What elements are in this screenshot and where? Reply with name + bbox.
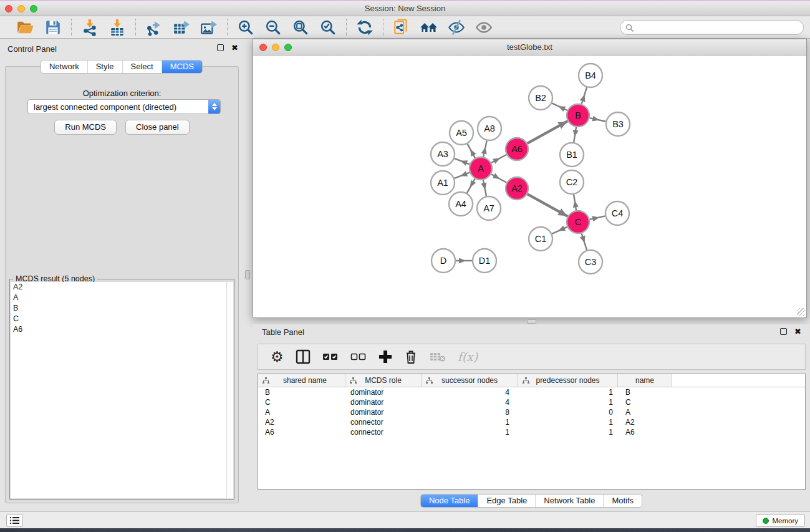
table-settings-gear-icon[interactable]: ⚙ (271, 347, 284, 366)
graph-node[interactable]: A6 (506, 138, 528, 160)
table-cell[interactable]: 1 (518, 418, 618, 427)
float-table-panel-icon[interactable] (780, 328, 787, 335)
table-cell[interactable]: A6 (618, 428, 672, 437)
new-network-from-selection-icon[interactable] (392, 18, 411, 37)
graph-node[interactable]: A1 (431, 171, 455, 195)
column-header-shared-name[interactable]: shared name (258, 374, 345, 387)
table-cell[interactable]: 1 (422, 418, 518, 427)
window-resize-grip[interactable] (797, 308, 805, 316)
float-panel-icon[interactable] (217, 44, 224, 51)
graph-node[interactable]: A7 (477, 196, 501, 220)
export-table-icon[interactable] (172, 18, 191, 37)
zoom-fit-icon[interactable] (291, 18, 310, 37)
table-cell[interactable]: 1 (518, 388, 618, 397)
node-table-body[interactable]: Bdominator41BCdominator41CAdominator80AA… (258, 387, 805, 437)
table-cell[interactable]: dominator (345, 408, 422, 417)
function-builder-icon[interactable]: f(x) (458, 347, 478, 366)
export-network-icon[interactable] (145, 18, 163, 37)
network-window-titlebar[interactable]: testGlobe.txt (253, 39, 806, 56)
table-cell[interactable]: A2 (618, 418, 672, 427)
table-row[interactable]: Cdominator41C (258, 397, 805, 407)
tab-network-table[interactable]: Network Table (535, 495, 603, 507)
hide-selected-icon[interactable] (447, 18, 466, 37)
table-cell[interactable]: 1 (518, 398, 618, 407)
column-header-predecessor-nodes[interactable]: predecessor nodes (518, 374, 618, 387)
show-all-icon[interactable] (475, 18, 493, 37)
table-row[interactable]: A6connector11A6 (258, 427, 805, 437)
table-row[interactable]: Adominator80A (258, 407, 805, 417)
search-input[interactable] (637, 22, 803, 33)
table-row[interactable]: Bdominator41B (258, 387, 805, 397)
column-header-mcds-role[interactable]: MCDS role (345, 374, 422, 387)
graph-node[interactable]: C (567, 211, 589, 233)
graph-node[interactable]: C3 (579, 250, 602, 274)
table-cell[interactable]: 4 (422, 388, 518, 397)
close-table-panel-icon[interactable]: ✖ (794, 328, 801, 335)
graph-node[interactable]: D1 (473, 249, 496, 273)
mcds-result-item[interactable]: C (11, 314, 226, 324)
graph-node[interactable]: C1 (529, 227, 552, 251)
table-cell[interactable]: 0 (518, 408, 618, 417)
graph-node[interactable]: D (432, 249, 455, 273)
mcds-result-item[interactable]: A (11, 293, 226, 303)
graph-node[interactable]: A4 (449, 192, 473, 216)
add-column-icon[interactable] (378, 347, 392, 366)
horizontal-split-handle[interactable] (527, 319, 536, 324)
delete-table-icon[interactable] (430, 347, 446, 366)
close-panel-button[interactable]: Close panel (125, 120, 190, 135)
tab-select[interactable]: Select (122, 60, 162, 73)
zoom-selected-icon[interactable] (319, 18, 337, 37)
table-cell[interactable]: connector (345, 428, 422, 437)
table-cell[interactable]: C (618, 398, 672, 407)
panel-columns-icon[interactable] (296, 347, 311, 366)
table-cell[interactable]: B (258, 388, 345, 397)
mcds-result-item[interactable]: A6 (11, 324, 226, 335)
table-cell[interactable]: C (258, 398, 345, 407)
table-cell[interactable]: 1 (422, 428, 518, 437)
close-panel-icon[interactable]: ✖ (231, 44, 238, 51)
open-file-icon[interactable] (16, 18, 35, 37)
table-cell[interactable]: 8 (422, 408, 518, 417)
graph-node[interactable]: A2 (506, 177, 528, 200)
table-cell[interactable]: dominator (345, 388, 422, 397)
graph-node[interactable]: A8 (478, 117, 501, 140)
network-canvas[interactable]: AA1A2A3A4A5A6A7A8BB1B2B3B4CC1C2C3C4DD1 (253, 56, 806, 317)
tab-node-table[interactable]: Node Table (421, 495, 478, 507)
table-row[interactable]: A2connector11A2 (258, 417, 805, 427)
result-scrollbar[interactable] (226, 282, 233, 498)
mcds-result-item[interactable]: A2 (11, 282, 226, 293)
first-neighbors-icon[interactable] (420, 18, 438, 37)
table-cell[interactable]: 1 (518, 428, 618, 437)
table-cell[interactable]: connector (345, 418, 422, 427)
graph-node[interactable]: C2 (560, 170, 584, 194)
graph-node[interactable]: B1 (560, 143, 584, 167)
table-cell[interactable]: 4 (422, 398, 518, 407)
table-cell[interactable]: dominator (345, 398, 422, 407)
import-network-icon[interactable] (80, 18, 99, 37)
graph-node[interactable]: A3 (431, 142, 455, 166)
mcds-result-list[interactable]: A2ABCA6 (11, 282, 226, 498)
deselect-all-icon[interactable] (350, 347, 367, 366)
tab-mcds[interactable]: MCDS (162, 60, 202, 73)
tab-motifs[interactable]: Motifs (603, 495, 642, 507)
graph-node[interactable]: C4 (605, 201, 629, 225)
select-all-icon[interactable] (322, 347, 339, 366)
task-history-button[interactable] (6, 514, 23, 527)
export-image-icon[interactable] (200, 18, 218, 37)
tab-edge-table[interactable]: Edge Table (478, 495, 535, 507)
vertical-split-handle[interactable] (245, 270, 250, 279)
graph-node[interactable]: B4 (579, 64, 602, 87)
graph-node[interactable]: B3 (606, 112, 630, 136)
graph-node[interactable]: B2 (529, 86, 552, 110)
table-cell[interactable]: A6 (258, 428, 345, 437)
table-cell[interactable]: A (258, 408, 345, 417)
zoom-out-icon[interactable] (264, 18, 282, 37)
table-cell[interactable]: A (618, 408, 672, 417)
network-graph[interactable]: AA1A2A3A4A5A6A7A8BB1B2B3B4CC1C2C3C4DD1 (253, 56, 806, 318)
graph-node[interactable]: A5 (450, 121, 473, 145)
column-header-successor-nodes[interactable]: successor nodes (422, 374, 518, 387)
memory-button[interactable]: Memory (756, 514, 805, 527)
graph-node[interactable]: A (470, 157, 492, 180)
graph-node[interactable]: B (567, 104, 589, 127)
run-mcds-button[interactable]: Run MCDS (54, 120, 117, 135)
